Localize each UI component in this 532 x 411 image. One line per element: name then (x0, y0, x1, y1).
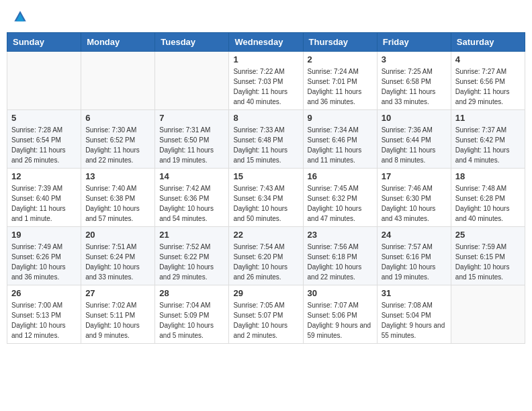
day-info: Sunrise: 7:00 AMSunset: 5:13 PMDaylight:… (11, 300, 77, 340)
day-number: 13 (85, 171, 150, 181)
day-number: 27 (85, 288, 150, 298)
day-number: 14 (159, 171, 224, 181)
calendar-cell: 3Sunrise: 7:25 AMSunset: 6:58 PMDaylight… (377, 52, 451, 110)
day-number: 1 (233, 54, 298, 64)
calendar-cell: 23Sunrise: 7:56 AMSunset: 6:18 PMDayligh… (303, 227, 377, 285)
calendar-week-row: 1Sunrise: 7:22 AMSunset: 7:03 PMDaylight… (7, 52, 525, 110)
day-number: 19 (11, 230, 77, 240)
calendar-week-row: 19Sunrise: 7:49 AMSunset: 6:26 PMDayligh… (7, 227, 525, 285)
day-info: Sunrise: 7:57 AMSunset: 6:16 PMDaylight:… (382, 242, 447, 282)
day-number: 6 (85, 113, 150, 123)
calendar-header-thursday: Thursday (303, 33, 377, 52)
day-info: Sunrise: 7:48 AMSunset: 6:28 PMDaylight:… (455, 183, 521, 224)
calendar-cell: 7Sunrise: 7:31 AMSunset: 6:50 PMDaylight… (155, 110, 229, 169)
day-info: Sunrise: 7:49 AMSunset: 6:26 PMDaylight:… (11, 242, 77, 282)
day-info: Sunrise: 7:31 AMSunset: 6:50 PMDaylight:… (159, 125, 224, 165)
day-number: 20 (85, 230, 150, 240)
calendar-cell: 11Sunrise: 7:37 AMSunset: 6:42 PMDayligh… (451, 110, 525, 169)
day-info: Sunrise: 7:07 AMSunset: 5:06 PMDaylight:… (308, 300, 373, 340)
day-info: Sunrise: 7:34 AMSunset: 6:46 PMDaylight:… (308, 125, 373, 165)
day-number: 3 (382, 54, 447, 64)
logo (13, 10, 30, 24)
day-number: 21 (159, 230, 224, 240)
calendar-cell: 22Sunrise: 7:54 AMSunset: 6:20 PMDayligh… (229, 227, 303, 285)
calendar-cell (7, 52, 81, 110)
calendar-cell (81, 52, 155, 110)
calendar-cell: 15Sunrise: 7:43 AMSunset: 6:34 PMDayligh… (229, 169, 303, 227)
day-info: Sunrise: 7:02 AMSunset: 5:11 PMDaylight:… (85, 300, 150, 340)
page-header (7, 7, 525, 27)
calendar-cell: 18Sunrise: 7:48 AMSunset: 6:28 PMDayligh… (451, 169, 525, 227)
calendar-cell: 21Sunrise: 7:52 AMSunset: 6:22 PMDayligh… (155, 227, 229, 285)
day-number: 4 (455, 54, 521, 64)
day-info: Sunrise: 7:52 AMSunset: 6:22 PMDaylight:… (159, 242, 224, 282)
calendar-cell: 24Sunrise: 7:57 AMSunset: 6:16 PMDayligh… (377, 227, 451, 285)
calendar-cell: 26Sunrise: 7:00 AMSunset: 5:13 PMDayligh… (7, 285, 81, 344)
day-number: 9 (308, 113, 373, 123)
calendar-cell: 30Sunrise: 7:07 AMSunset: 5:06 PMDayligh… (303, 285, 377, 344)
day-number: 10 (382, 113, 447, 123)
calendar-cell: 20Sunrise: 7:51 AMSunset: 6:24 PMDayligh… (81, 227, 155, 285)
day-number: 16 (308, 171, 373, 181)
calendar-cell: 2Sunrise: 7:24 AMSunset: 7:01 PMDaylight… (303, 52, 377, 110)
day-number: 31 (382, 288, 447, 298)
calendar-cell: 5Sunrise: 7:28 AMSunset: 6:54 PMDaylight… (7, 110, 81, 169)
day-info: Sunrise: 7:30 AMSunset: 6:52 PMDaylight:… (85, 125, 150, 165)
calendar-cell: 25Sunrise: 7:59 AMSunset: 6:15 PMDayligh… (451, 227, 525, 285)
day-info: Sunrise: 7:40 AMSunset: 6:38 PMDaylight:… (85, 183, 150, 224)
calendar-header-tuesday: Tuesday (155, 33, 229, 52)
day-info: Sunrise: 7:59 AMSunset: 6:15 PMDaylight:… (455, 242, 521, 282)
calendar-header-friday: Friday (377, 33, 451, 52)
day-number: 24 (382, 230, 447, 240)
calendar-header-saturday: Saturday (451, 33, 525, 52)
calendar-header-row: SundayMondayTuesdayWednesdayThursdayFrid… (7, 33, 525, 52)
day-info: Sunrise: 7:25 AMSunset: 6:58 PMDaylight:… (382, 66, 447, 107)
day-info: Sunrise: 7:22 AMSunset: 7:03 PMDaylight:… (233, 66, 298, 107)
day-info: Sunrise: 7:37 AMSunset: 6:42 PMDaylight:… (455, 125, 521, 165)
calendar-cell (155, 52, 229, 110)
day-number: 8 (233, 113, 298, 123)
day-info: Sunrise: 7:24 AMSunset: 7:01 PMDaylight:… (308, 66, 373, 107)
day-number: 2 (308, 54, 373, 64)
day-number: 11 (455, 113, 521, 123)
day-number: 22 (233, 230, 298, 240)
day-info: Sunrise: 7:05 AMSunset: 5:07 PMDaylight:… (233, 300, 298, 340)
calendar-cell: 4Sunrise: 7:27 AMSunset: 6:56 PMDaylight… (451, 52, 525, 110)
day-info: Sunrise: 7:43 AMSunset: 6:34 PMDaylight:… (233, 183, 298, 224)
calendar-cell (451, 285, 525, 344)
calendar-cell: 6Sunrise: 7:30 AMSunset: 6:52 PMDaylight… (81, 110, 155, 169)
calendar-cell: 14Sunrise: 7:42 AMSunset: 6:36 PMDayligh… (155, 169, 229, 227)
day-info: Sunrise: 7:28 AMSunset: 6:54 PMDaylight:… (11, 125, 77, 165)
day-number: 28 (159, 288, 224, 298)
day-info: Sunrise: 7:54 AMSunset: 6:20 PMDaylight:… (233, 242, 298, 282)
calendar-cell: 29Sunrise: 7:05 AMSunset: 5:07 PMDayligh… (229, 285, 303, 344)
calendar-header-wednesday: Wednesday (229, 33, 303, 52)
day-number: 26 (11, 288, 77, 298)
calendar-cell: 1Sunrise: 7:22 AMSunset: 7:03 PMDaylight… (229, 52, 303, 110)
day-info: Sunrise: 7:04 AMSunset: 5:09 PMDaylight:… (159, 300, 224, 340)
day-number: 25 (455, 230, 521, 240)
calendar-cell: 28Sunrise: 7:04 AMSunset: 5:09 PMDayligh… (155, 285, 229, 344)
day-info: Sunrise: 7:27 AMSunset: 6:56 PMDaylight:… (455, 66, 521, 107)
day-number: 15 (233, 171, 298, 181)
calendar-cell: 9Sunrise: 7:34 AMSunset: 6:46 PMDaylight… (303, 110, 377, 169)
calendar-week-row: 12Sunrise: 7:39 AMSunset: 6:40 PMDayligh… (7, 169, 525, 227)
day-info: Sunrise: 7:36 AMSunset: 6:44 PMDaylight:… (382, 125, 447, 165)
day-info: Sunrise: 7:33 AMSunset: 6:48 PMDaylight:… (233, 125, 298, 165)
calendar-cell: 16Sunrise: 7:45 AMSunset: 6:32 PMDayligh… (303, 169, 377, 227)
calendar-header-monday: Monday (81, 33, 155, 52)
calendar-cell: 27Sunrise: 7:02 AMSunset: 5:11 PMDayligh… (81, 285, 155, 344)
calendar-cell: 17Sunrise: 7:46 AMSunset: 6:30 PMDayligh… (377, 169, 451, 227)
calendar-week-row: 26Sunrise: 7:00 AMSunset: 5:13 PMDayligh… (7, 285, 525, 344)
calendar-week-row: 5Sunrise: 7:28 AMSunset: 6:54 PMDaylight… (7, 110, 525, 169)
calendar-table: SundayMondayTuesdayWednesdayThursdayFrid… (7, 32, 525, 344)
calendar-cell: 8Sunrise: 7:33 AMSunset: 6:48 PMDaylight… (229, 110, 303, 169)
logo-icon (13, 10, 27, 24)
calendar-cell: 10Sunrise: 7:36 AMSunset: 6:44 PMDayligh… (377, 110, 451, 169)
day-number: 30 (308, 288, 373, 298)
day-info: Sunrise: 7:39 AMSunset: 6:40 PMDaylight:… (11, 183, 77, 224)
day-info: Sunrise: 7:56 AMSunset: 6:18 PMDaylight:… (308, 242, 373, 282)
day-number: 18 (455, 171, 521, 181)
day-info: Sunrise: 7:51 AMSunset: 6:24 PMDaylight:… (85, 242, 150, 282)
day-number: 7 (159, 113, 224, 123)
